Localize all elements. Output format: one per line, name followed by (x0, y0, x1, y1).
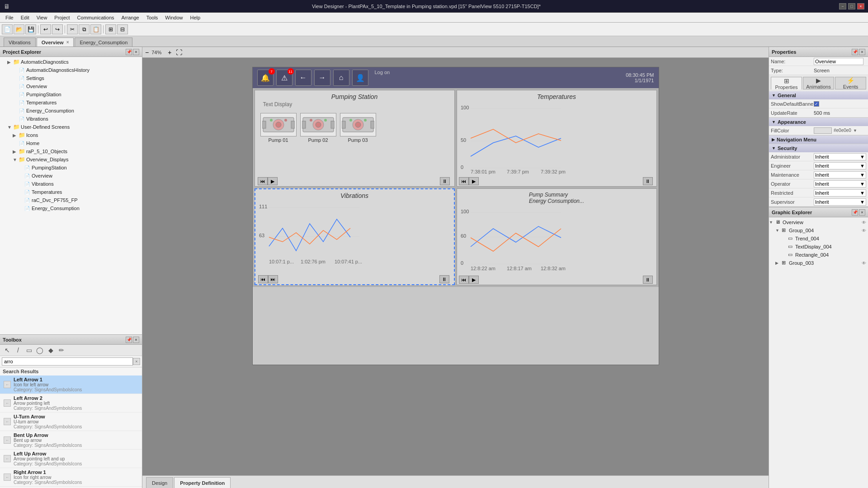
toolbox-item-4[interactable]: ← Left Up Arrow Arrow pointing left and … (0, 450, 142, 468)
toolbox-item-2[interactable]: ← U-Turn Arrow U-turn arrow Category: Si… (0, 413, 142, 431)
canvas-scroll-container[interactable]: 🔔 7 ⚠ 11 ← → (142, 58, 769, 475)
tree-item-6[interactable]: 📄Energy_Consumption (0, 107, 142, 115)
tree-item-18[interactable]: 📄Energy_Consumption (0, 204, 142, 212)
pv-home-button[interactable]: ⌂ (333, 70, 349, 86)
close-panel-button[interactable]: × (133, 49, 139, 55)
navmenu-header[interactable]: ▶ Navigation Menu (769, 136, 868, 144)
pin-button[interactable]: 📌 (126, 49, 132, 55)
toolbar-open[interactable]: 📂 (14, 24, 24, 34)
vib-forward-button[interactable]: ⏭ (268, 275, 278, 283)
pv-forward-button[interactable]: → (314, 70, 330, 86)
menu-item-window[interactable]: Window (161, 14, 186, 21)
tab-close-1[interactable]: × (66, 40, 69, 45)
temp-play-button[interactable]: ▶ (469, 177, 479, 185)
gtree-eye-5[interactable]: 👁 (862, 261, 866, 266)
pv-alert2-button[interactable]: ⚠ 11 (276, 70, 292, 86)
general-header[interactable]: ▼ General (769, 91, 868, 99)
tree-item-12[interactable]: ▼📁Overview_Displays (0, 155, 142, 164)
zoom-in-button[interactable]: + (168, 49, 171, 56)
tree-item-8[interactable]: ▼📁User-Defined Screens (0, 123, 142, 131)
tree-item-10[interactable]: 📄Home (0, 139, 142, 147)
security-dropdown-5[interactable]: Inherit ▼ (814, 198, 866, 206)
tree-item-17[interactable]: 📄raC_Dvc_PF755_FP (0, 196, 142, 204)
minimize-button[interactable]: − (839, 3, 846, 9)
menu-item-arrange[interactable]: Arrange (118, 14, 143, 21)
prop-name-input[interactable] (814, 58, 863, 65)
search-clear-button[interactable]: × (133, 358, 140, 365)
gtree-eye-1[interactable]: 👁 (862, 228, 866, 233)
temp-rewind-button[interactable]: ⏮ (459, 177, 469, 185)
toolbox-pin-button[interactable]: 📌 (126, 337, 132, 343)
tab-overview[interactable]: Overview× (37, 38, 74, 47)
tab-properties[interactable]: ⊞ Properties (771, 77, 802, 89)
appearance-header[interactable]: ▼ Appearance (769, 118, 868, 126)
bottom-tab-1[interactable]: Property Definition (174, 477, 231, 488)
menu-item-file[interactable]: File (2, 14, 17, 21)
properties-close[interactable]: × (859, 49, 865, 55)
toolbar-align[interactable]: ⊞ (105, 24, 116, 34)
gtree-eye-0[interactable]: 👁 (862, 220, 866, 225)
toolbar-new[interactable]: 📄 (2, 24, 13, 34)
temp-pause-button[interactable]: ⏸ (643, 177, 653, 185)
toolbox-item-3[interactable]: ← Bent Up Arrow Bent up arrow Category: … (0, 431, 142, 450)
toolbar-save[interactable]: 💾 (25, 24, 36, 34)
line-tool[interactable]: / (14, 346, 23, 354)
pump-pause-button[interactable]: ⏸ (440, 177, 450, 185)
tree-item-9[interactable]: ▶📁Icons (0, 131, 142, 139)
properties-pin[interactable]: 📌 (852, 49, 858, 55)
gtree-item-1[interactable]: ▼ ⊞ Group_004 👁 (769, 226, 868, 235)
fullscreen-button[interactable]: ⛶ (176, 49, 182, 56)
search-input[interactable] (2, 357, 133, 366)
maximize-button[interactable]: □ (848, 3, 855, 9)
tree-item-11[interactable]: ▶📁raP_5_10_Objects (0, 147, 142, 155)
security-dropdown-4[interactable]: Inherit ▼ (814, 189, 866, 197)
gtree-item-3[interactable]: ▭ TextDisplay_004 (769, 243, 868, 251)
pv-alert1-button[interactable]: 🔔 7 (257, 70, 274, 86)
menu-item-help[interactable]: Help (186, 14, 204, 21)
toolbox-item-5[interactable]: ← Right Arrow 1 Icon for right arrow Cat… (0, 468, 142, 487)
security-dropdown-2[interactable]: Inherit ▼ (814, 171, 866, 178)
tree-item-2[interactable]: 📄Settings (0, 74, 142, 82)
tab-animations[interactable]: ▶ Animations (803, 77, 834, 89)
graphic-explorer-close[interactable]: × (859, 209, 865, 216)
tree-item-7[interactable]: 📄Vibrations (0, 115, 142, 123)
vib-pause-button[interactable]: ⏸ (439, 275, 449, 283)
gtree-item-4[interactable]: ▭ Rectangle_004 (769, 251, 868, 259)
vib-rewind-button[interactable]: ⏮ (258, 275, 268, 283)
tab-events[interactable]: ⚡ Events (835, 77, 866, 89)
summary-pause-button[interactable]: ⏸ (643, 276, 653, 284)
tab-vibrations[interactable]: Vibrations (4, 38, 36, 47)
tree-item-5[interactable]: 📄Temperatures (0, 99, 142, 107)
pump-rewind-button[interactable]: ⏮ (258, 177, 268, 185)
ellipse-tool[interactable]: ◯ (35, 346, 44, 354)
zoom-out-button[interactable]: − (145, 49, 149, 56)
tree-item-14[interactable]: 📄Overview (0, 172, 142, 180)
toolbar-cut[interactable]: ✂ (67, 24, 78, 34)
tree-item-15[interactable]: 📄Vibrations (0, 180, 142, 188)
tree-item-13[interactable]: 📄PumpingStation (0, 164, 142, 172)
fillcolor-swatch[interactable] (814, 127, 832, 134)
summary-rewind-button[interactable]: ⏮ (459, 276, 469, 284)
menu-item-tools[interactable]: Tools (143, 14, 162, 21)
toolbar-copy[interactable]: ⧉ (79, 24, 90, 34)
showdefaultbanner-checkbox[interactable]: ✓ (814, 101, 819, 107)
close-button[interactable]: × (857, 3, 864, 9)
menu-item-edit[interactable]: Edit (17, 14, 33, 21)
toolbox-item-0[interactable]: ← Left Arrow 1 Icon for left arrow Categ… (0, 375, 142, 394)
pen-tool[interactable]: ✏ (57, 346, 66, 354)
fill-tool[interactable]: ◆ (46, 346, 55, 354)
security-header[interactable]: ▼ Security (769, 144, 868, 152)
toolbar-redo[interactable]: ↪ (52, 24, 63, 34)
fillcolor-dropdown-btn[interactable]: ▼ (853, 128, 857, 133)
tree-item-16[interactable]: 📄Temperatures (0, 188, 142, 196)
toolbar-grid[interactable]: ⊟ (117, 24, 128, 34)
gtree-item-2[interactable]: ▭ Trend_004 (769, 235, 868, 243)
gtree-item-5[interactable]: ▶ ⊞ Group_003 👁 (769, 259, 868, 267)
menu-item-view[interactable]: View (33, 14, 51, 21)
tree-item-3[interactable]: 📄Overview (0, 82, 142, 90)
toolbar-paste[interactable]: 📋 (90, 24, 101, 34)
toolbox-close-button[interactable]: × (133, 337, 139, 343)
security-dropdown-1[interactable]: Inherit ▼ (814, 162, 866, 169)
security-dropdown-3[interactable]: Inherit ▼ (814, 180, 866, 188)
graphic-explorer-pin[interactable]: 📌 (852, 209, 858, 216)
